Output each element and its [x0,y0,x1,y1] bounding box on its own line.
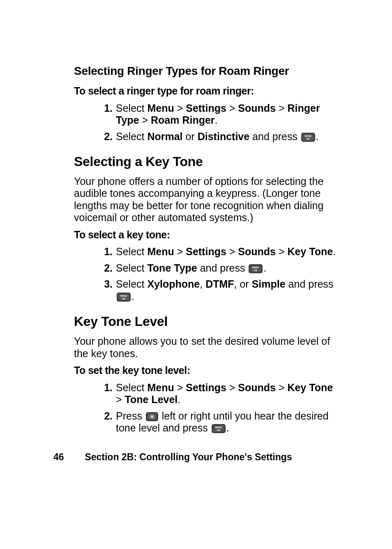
step-number: 2. [99,410,113,422]
step-1: 1. Select Menu > Settings > Sounds > Key… [99,246,337,258]
menu-ok-key-icon [212,424,226,433]
heading-key-tone-level: Key Tone Level [74,314,337,330]
step-number: 1. [99,246,113,258]
subhead-roam-ringer: To select a ringer type for roam ringer: [74,85,337,97]
menu-ok-key-icon [249,264,263,273]
menu-ok-key-icon [301,133,315,142]
step-2: 2. Select Tone Type and press . [99,262,337,274]
page-footer: 46 Section 2B: Controlling Your Phone's … [53,452,292,463]
step-number: 1. [99,102,113,115]
step-3: 3. Select Xylophone, DTMF, or Simple and… [99,278,337,302]
step-number: 2. [99,131,113,143]
step-2: 2. Select Normal or Distinctive and pres… [99,131,337,143]
section-label: Section 2B: Controlling Your Phone's Set… [85,452,292,462]
body-key-tone-level: Your phone allows you to set the desired… [74,335,337,360]
step-text: Select Xylophone, DTMF, or Simple and pr… [116,278,333,302]
manual-page: Selecting Ringer Types for Roam Ringer T… [0,0,392,549]
step-number: 2. [99,262,113,274]
heading-selecting-key-tone: Selecting a Key Tone [74,154,337,170]
step-text: Press left or right until you hear the d… [116,410,329,434]
step-text: Select Tone Type and press . [116,262,266,274]
step-text: Select Menu > Settings > Sounds > Key To… [116,382,333,406]
menu-ok-key-icon [117,293,131,302]
page-number: 46 [53,452,82,463]
steps-key-tone-level: 1. Select Menu > Settings > Sounds > Key… [99,382,337,434]
body-selecting-key-tone: Your phone offers a number of options fo… [74,175,337,224]
step-1: 1. Select Menu > Settings > Sounds > Rin… [99,102,337,127]
steps-select-key-tone: 1. Select Menu > Settings > Sounds > Key… [99,246,337,302]
step-number: 1. [99,382,113,394]
step-number: 3. [99,278,113,291]
subhead-set-key-tone-level: To set the key tone level: [74,364,337,377]
subhead-select-key-tone: To select a key tone: [74,229,337,241]
steps-roam-ringer: 1. Select Menu > Settings > Sounds > Rin… [99,102,337,143]
step-text: Select Menu > Settings > Sounds > Ringer… [116,102,320,126]
step-2: 2. Press left or right until you hear th… [99,410,337,434]
step-text: Select Normal or Distinctive and press . [116,131,319,142]
step-1: 1. Select Menu > Settings > Sounds > Key… [99,382,337,406]
step-text: Select Menu > Settings > Sounds > Key To… [116,246,336,257]
nav-key-icon [146,412,158,421]
heading-roam-ringer: Selecting Ringer Types for Roam Ringer [74,64,337,78]
